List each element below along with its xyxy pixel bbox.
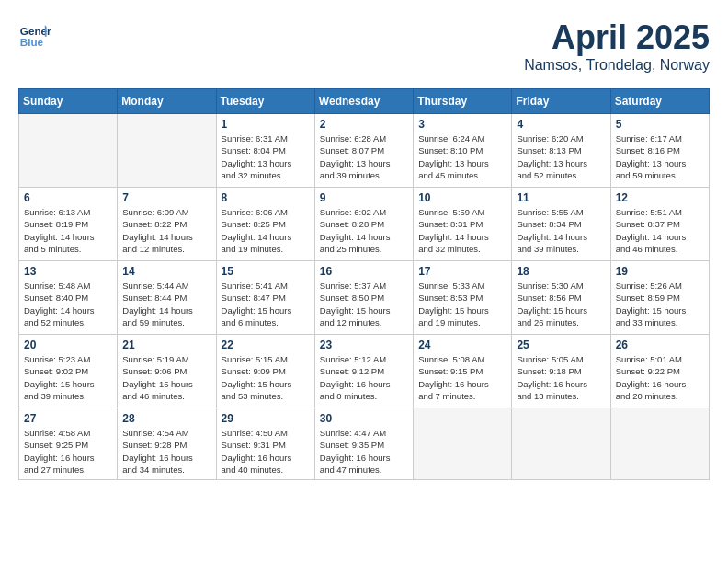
day-number: 18 bbox=[517, 265, 605, 278]
day-number: 22 bbox=[222, 339, 310, 351]
day-number: 29 bbox=[222, 412, 310, 425]
calendar-cell: 13Sunrise: 5:48 AM Sunset: 8:40 PM Dayli… bbox=[19, 261, 118, 335]
calendar-cell: 4Sunrise: 6:20 AM Sunset: 8:13 PM Daylig… bbox=[512, 114, 610, 188]
day-info: Sunrise: 5:19 AM Sunset: 9:06 PM Dayligh… bbox=[122, 353, 210, 402]
calendar-cell: 5Sunrise: 6:17 AM Sunset: 8:16 PM Daylig… bbox=[610, 114, 709, 188]
day-number: 25 bbox=[517, 339, 605, 351]
day-header-saturday: Saturday bbox=[610, 89, 709, 114]
calendar-cell bbox=[610, 408, 709, 480]
day-info: Sunrise: 5:01 AM Sunset: 9:22 PM Dayligh… bbox=[616, 353, 704, 402]
day-info: Sunrise: 5:55 AM Sunset: 8:34 PM Dayligh… bbox=[517, 206, 605, 255]
day-number: 14 bbox=[122, 265, 210, 278]
day-number: 11 bbox=[517, 191, 605, 204]
logo-icon: General Blue bbox=[18, 18, 51, 52]
calendar-cell: 30Sunrise: 4:47 AM Sunset: 9:35 PM Dayli… bbox=[314, 408, 413, 480]
page-title: April 2025 bbox=[524, 18, 710, 57]
day-info: Sunrise: 5:51 AM Sunset: 8:37 PM Dayligh… bbox=[616, 206, 704, 255]
day-info: Sunrise: 5:26 AM Sunset: 8:59 PM Dayligh… bbox=[616, 280, 704, 328]
day-info: Sunrise: 4:54 AM Sunset: 9:28 PM Dayligh… bbox=[122, 427, 210, 476]
calendar-cell: 8Sunrise: 6:06 AM Sunset: 8:25 PM Daylig… bbox=[216, 188, 314, 261]
day-number: 24 bbox=[418, 339, 506, 351]
calendar-cell: 7Sunrise: 6:09 AM Sunset: 8:22 PM Daylig… bbox=[118, 188, 216, 261]
day-header-tuesday: Tuesday bbox=[216, 89, 314, 114]
day-info: Sunrise: 6:31 AM Sunset: 8:04 PM Dayligh… bbox=[222, 132, 310, 181]
calendar-cell: 23Sunrise: 5:12 AM Sunset: 9:12 PM Dayli… bbox=[314, 335, 413, 408]
day-number: 20 bbox=[24, 339, 112, 351]
day-info: Sunrise: 5:30 AM Sunset: 8:56 PM Dayligh… bbox=[517, 280, 605, 328]
day-number: 15 bbox=[222, 265, 310, 278]
day-info: Sunrise: 5:05 AM Sunset: 9:18 PM Dayligh… bbox=[517, 353, 605, 402]
day-number: 7 bbox=[122, 191, 210, 204]
day-number: 9 bbox=[320, 191, 408, 204]
day-info: Sunrise: 5:33 AM Sunset: 8:53 PM Dayligh… bbox=[418, 280, 506, 328]
calendar-cell: 9Sunrise: 6:02 AM Sunset: 8:28 PM Daylig… bbox=[314, 188, 413, 261]
calendar-cell bbox=[19, 114, 118, 188]
calendar-cell bbox=[118, 114, 216, 188]
day-number: 5 bbox=[616, 118, 704, 131]
calendar-cell: 10Sunrise: 5:59 AM Sunset: 8:31 PM Dayli… bbox=[414, 188, 512, 261]
day-info: Sunrise: 5:08 AM Sunset: 9:15 PM Dayligh… bbox=[418, 353, 506, 402]
calendar-week-5: 27Sunrise: 4:58 AM Sunset: 9:25 PM Dayli… bbox=[19, 408, 710, 480]
calendar-week-2: 6Sunrise: 6:13 AM Sunset: 8:19 PM Daylig… bbox=[19, 188, 710, 261]
page-subtitle: Namsos, Trondelag, Norway bbox=[524, 57, 710, 74]
calendar-cell bbox=[512, 408, 610, 480]
day-number: 6 bbox=[24, 191, 112, 204]
day-info: Sunrise: 6:13 AM Sunset: 8:19 PM Dayligh… bbox=[24, 206, 112, 255]
calendar-cell: 14Sunrise: 5:44 AM Sunset: 8:44 PM Dayli… bbox=[118, 261, 216, 335]
calendar-cell: 18Sunrise: 5:30 AM Sunset: 8:56 PM Dayli… bbox=[512, 261, 610, 335]
day-info: Sunrise: 6:02 AM Sunset: 8:28 PM Dayligh… bbox=[320, 206, 408, 255]
day-number: 23 bbox=[320, 339, 408, 351]
day-number: 1 bbox=[222, 118, 310, 131]
day-number: 2 bbox=[320, 118, 408, 131]
calendar-cell: 11Sunrise: 5:55 AM Sunset: 8:34 PM Dayli… bbox=[512, 188, 610, 261]
day-number: 27 bbox=[24, 412, 112, 425]
calendar-cell bbox=[414, 408, 512, 480]
day-number: 28 bbox=[122, 412, 210, 425]
day-header-wednesday: Wednesday bbox=[314, 89, 413, 114]
calendar-cell: 16Sunrise: 5:37 AM Sunset: 8:50 PM Dayli… bbox=[314, 261, 413, 335]
calendar-cell: 2Sunrise: 6:28 AM Sunset: 8:07 PM Daylig… bbox=[314, 114, 413, 188]
day-number: 10 bbox=[418, 191, 506, 204]
day-info: Sunrise: 4:58 AM Sunset: 9:25 PM Dayligh… bbox=[24, 427, 112, 476]
page-header: General Blue April 2025 Namsos, Trondela… bbox=[18, 18, 710, 74]
day-info: Sunrise: 6:09 AM Sunset: 8:22 PM Dayligh… bbox=[122, 206, 210, 255]
calendar-cell: 19Sunrise: 5:26 AM Sunset: 8:59 PM Dayli… bbox=[610, 261, 709, 335]
day-number: 4 bbox=[517, 118, 605, 131]
calendar-cell: 21Sunrise: 5:19 AM Sunset: 9:06 PM Dayli… bbox=[118, 335, 216, 408]
day-number: 8 bbox=[222, 191, 310, 204]
calendar-cell: 27Sunrise: 4:58 AM Sunset: 9:25 PM Dayli… bbox=[19, 408, 118, 480]
calendar-cell: 25Sunrise: 5:05 AM Sunset: 9:18 PM Dayli… bbox=[512, 335, 610, 408]
day-number: 12 bbox=[616, 191, 704, 204]
day-number: 21 bbox=[122, 339, 210, 351]
calendar-cell: 29Sunrise: 4:50 AM Sunset: 9:31 PM Dayli… bbox=[216, 408, 314, 480]
day-number: 30 bbox=[320, 412, 408, 425]
day-info: Sunrise: 4:47 AM Sunset: 9:35 PM Dayligh… bbox=[320, 427, 408, 476]
day-info: Sunrise: 5:15 AM Sunset: 9:09 PM Dayligh… bbox=[222, 353, 310, 402]
day-header-monday: Monday bbox=[118, 89, 216, 114]
calendar-cell: 12Sunrise: 5:51 AM Sunset: 8:37 PM Dayli… bbox=[610, 188, 709, 261]
logo: General Blue bbox=[18, 18, 51, 52]
day-info: Sunrise: 4:50 AM Sunset: 9:31 PM Dayligh… bbox=[222, 427, 310, 476]
calendar-cell: 22Sunrise: 5:15 AM Sunset: 9:09 PM Dayli… bbox=[216, 335, 314, 408]
day-number: 16 bbox=[320, 265, 408, 278]
calendar-cell: 24Sunrise: 5:08 AM Sunset: 9:15 PM Dayli… bbox=[414, 335, 512, 408]
calendar-week-1: 1Sunrise: 6:31 AM Sunset: 8:04 PM Daylig… bbox=[19, 114, 710, 188]
calendar-cell: 28Sunrise: 4:54 AM Sunset: 9:28 PM Dayli… bbox=[118, 408, 216, 480]
day-info: Sunrise: 5:59 AM Sunset: 8:31 PM Dayligh… bbox=[418, 206, 506, 255]
title-area: April 2025 Namsos, Trondelag, Norway bbox=[524, 18, 710, 74]
calendar-cell: 26Sunrise: 5:01 AM Sunset: 9:22 PM Dayli… bbox=[610, 335, 709, 408]
day-info: Sunrise: 6:06 AM Sunset: 8:25 PM Dayligh… bbox=[222, 206, 310, 255]
calendar-cell: 17Sunrise: 5:33 AM Sunset: 8:53 PM Dayli… bbox=[414, 261, 512, 335]
day-header-sunday: Sunday bbox=[19, 89, 118, 114]
day-number: 19 bbox=[616, 265, 704, 278]
calendar-header-row: SundayMondayTuesdayWednesdayThursdayFrid… bbox=[19, 89, 710, 114]
day-info: Sunrise: 5:37 AM Sunset: 8:50 PM Dayligh… bbox=[320, 280, 408, 328]
day-info: Sunrise: 5:48 AM Sunset: 8:40 PM Dayligh… bbox=[24, 280, 112, 328]
calendar-week-3: 13Sunrise: 5:48 AM Sunset: 8:40 PM Dayli… bbox=[19, 261, 710, 335]
day-info: Sunrise: 6:24 AM Sunset: 8:10 PM Dayligh… bbox=[418, 132, 506, 181]
calendar-cell: 20Sunrise: 5:23 AM Sunset: 9:02 PM Dayli… bbox=[19, 335, 118, 408]
calendar-cell: 1Sunrise: 6:31 AM Sunset: 8:04 PM Daylig… bbox=[216, 114, 314, 188]
day-header-friday: Friday bbox=[512, 89, 610, 114]
day-info: Sunrise: 5:41 AM Sunset: 8:47 PM Dayligh… bbox=[222, 280, 310, 328]
day-info: Sunrise: 6:20 AM Sunset: 8:13 PM Dayligh… bbox=[517, 132, 605, 181]
